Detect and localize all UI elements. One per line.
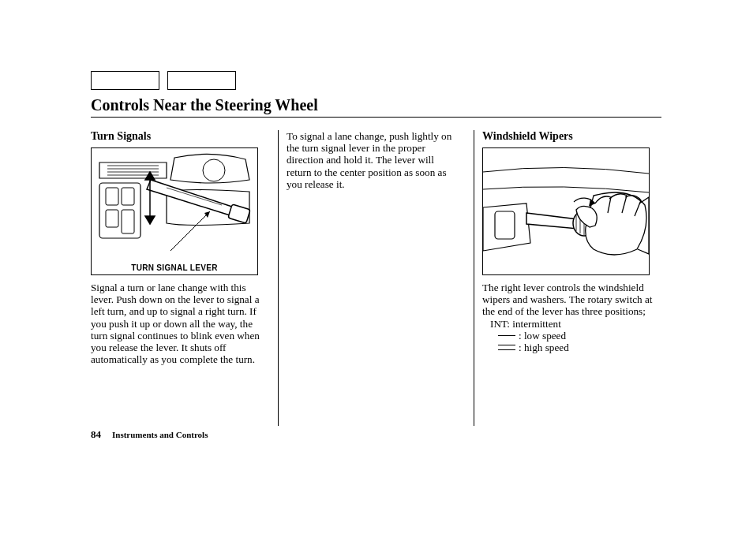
column-3: Windshield Wipers: [482, 130, 661, 426]
column-1: Turn Signals: [91, 130, 270, 426]
high-speed-label: : high speed: [519, 342, 569, 353]
title-underline: [91, 117, 661, 118]
low-speed-label: : low speed: [519, 330, 566, 342]
column-divider: [474, 130, 474, 426]
wipers-body: The right lever controls the wind­shield…: [482, 282, 654, 353]
turn-signal-figure: TURN SIGNAL LEVER: [91, 147, 258, 275]
svg-rect-16: [495, 211, 515, 239]
column-2: To signal a lane change, push lightly on…: [287, 130, 466, 426]
turn-signals-heading: Turn Signals: [91, 130, 262, 143]
page-title: Controls Near the Steering Wheel: [91, 96, 318, 114]
page-footer: 84 Instruments and Controls: [91, 428, 208, 441]
wipers-intro: The right lever controls the wind­shield…: [482, 282, 652, 317]
manual-page: Controls Near the Steering Wheel Turn Si…: [0, 0, 753, 560]
content-columns: Turn Signals: [91, 130, 661, 426]
chapter-name: Instruments and Controls: [112, 430, 208, 439]
wiper-figure: [482, 147, 650, 275]
int-position: INT: intermittent: [490, 318, 654, 330]
high-speed-line: : high speed: [498, 342, 654, 353]
header-placeholder-boxes: [91, 71, 236, 90]
placeholder-box: [91, 71, 159, 90]
low-speed-line: : low speed: [498, 330, 654, 342]
placeholder-box: [167, 71, 236, 90]
column-divider: [278, 130, 279, 426]
page-number: 84: [91, 428, 101, 441]
turn-signals-body: Signal a turn or lane change with this l…: [91, 282, 262, 365]
figure-caption: TURN SIGNAL LEVER: [92, 263, 257, 272]
single-line-icon: [498, 335, 515, 337]
lane-change-body: To signal a lane change, push lightly on…: [287, 130, 458, 190]
double-line-icon: [498, 345, 515, 350]
wipers-heading: Windshield Wipers: [482, 130, 654, 143]
